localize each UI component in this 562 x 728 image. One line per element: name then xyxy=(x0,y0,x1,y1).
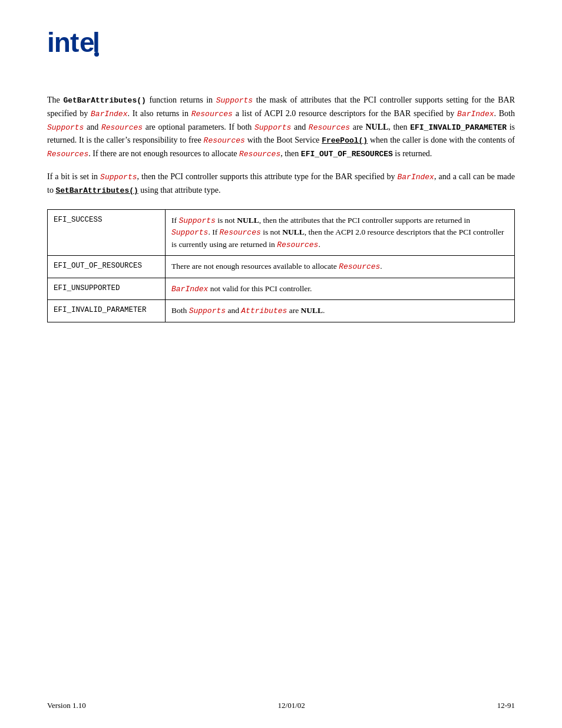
p1-text: The GetBarAttributes() function returns … xyxy=(47,95,515,158)
table-row: EFI_INVALID_PARAMETER Both Supports and … xyxy=(48,300,515,322)
footer-date: 12/01/02 xyxy=(278,701,305,710)
status-desc-3: BarIndex not valid for this PCI controll… xyxy=(166,278,515,300)
status-code-4: EFI_INVALID_PARAMETER xyxy=(48,300,166,322)
barindex-ref-3: BarIndex xyxy=(398,173,434,182)
table-row: EFI_SUCCESS If Supports is not NULL, the… xyxy=(48,209,515,256)
null-ref-1: NULL xyxy=(365,123,388,131)
p2-text: If a bit is set in Supports, then the PC… xyxy=(47,172,515,195)
footer-version: Version 1.10 xyxy=(47,701,86,710)
status-desc-4: Both Supports and Attributes are NULL. xyxy=(166,300,515,322)
status-desc-1: If Supports is not NULL, then the attrib… xyxy=(166,209,515,256)
supports-ref-3: Supports xyxy=(254,123,291,132)
main-content: The GetBarAttributes() function returns … xyxy=(47,94,515,322)
footer: Version 1.10 12/01/02 12-91 xyxy=(47,701,515,710)
supports-table-3: Supports xyxy=(189,307,226,315)
null-table-3: NULL xyxy=(301,306,323,315)
supports-table-1: Supports xyxy=(178,216,215,225)
footer-page: 12-91 xyxy=(497,701,515,710)
intel-logo: int e l xyxy=(47,24,100,64)
supports-ref-1: Supports xyxy=(216,96,253,105)
efi-invalid-param: EFI_INVALID_PARAMETER xyxy=(410,123,507,132)
barindex-ref-2: BarIndex xyxy=(457,110,494,118)
efi-out-of-resources: EFI_OUT_OF_RESOURCES xyxy=(301,150,393,159)
null-table-2: NULL xyxy=(282,228,305,236)
resources-table-3: Resources xyxy=(339,262,380,271)
status-code-1: EFI_SUCCESS xyxy=(48,209,166,256)
getbarattributes-func: GetBarAttributes() xyxy=(63,96,146,105)
table-row: EFI_OUT_OF_RESOURCES There are not enoug… xyxy=(48,256,515,278)
intel-logo-svg: int e l xyxy=(47,24,100,59)
page: int e l The GetBarAttributes() function … xyxy=(0,0,562,728)
resources-ref-4: Resources xyxy=(204,136,245,145)
resources-ref-3: Resources xyxy=(309,123,350,132)
supports-ref-2: Supports xyxy=(47,123,84,132)
status-code-2: EFI_OUT_OF_RESOURCES xyxy=(48,256,166,278)
barindex-ref-1: BarIndex xyxy=(91,110,127,118)
status-code-3: EFI_UNSUPPORTED xyxy=(48,278,166,300)
svg-point-3 xyxy=(94,52,99,57)
resources-table-2: Resources xyxy=(277,241,318,249)
resources-table-1: Resources xyxy=(220,228,261,237)
paragraph-1: The GetBarAttributes() function returns … xyxy=(47,94,515,161)
freepool-func: FreePool() xyxy=(322,136,368,145)
supports-table-2: Supports xyxy=(171,228,208,237)
resources-ref-5: Resources xyxy=(47,150,88,159)
barindex-table-1: BarIndex xyxy=(171,285,208,294)
resources-ref-1: Resources xyxy=(191,110,233,118)
status-desc-2: There are not enough resources available… xyxy=(166,256,515,278)
null-table-1: NULL xyxy=(237,216,259,225)
setbarattributes-func: SetBarAttributes() xyxy=(55,186,138,195)
attributes-table-1: Attributes xyxy=(241,307,287,315)
svg-text:int: int xyxy=(47,27,79,58)
resources-ref-6: Resources xyxy=(239,150,280,159)
logo-area: int e l xyxy=(47,24,515,64)
supports-ref-4: Supports xyxy=(100,173,137,182)
resources-ref-2: Resources xyxy=(101,123,143,132)
table-row: EFI_UNSUPPORTED BarIndex not valid for t… xyxy=(48,278,515,300)
status-table: EFI_SUCCESS If Supports is not NULL, the… xyxy=(47,209,515,322)
paragraph-2: If a bit is set in Supports, then the PC… xyxy=(47,170,515,197)
